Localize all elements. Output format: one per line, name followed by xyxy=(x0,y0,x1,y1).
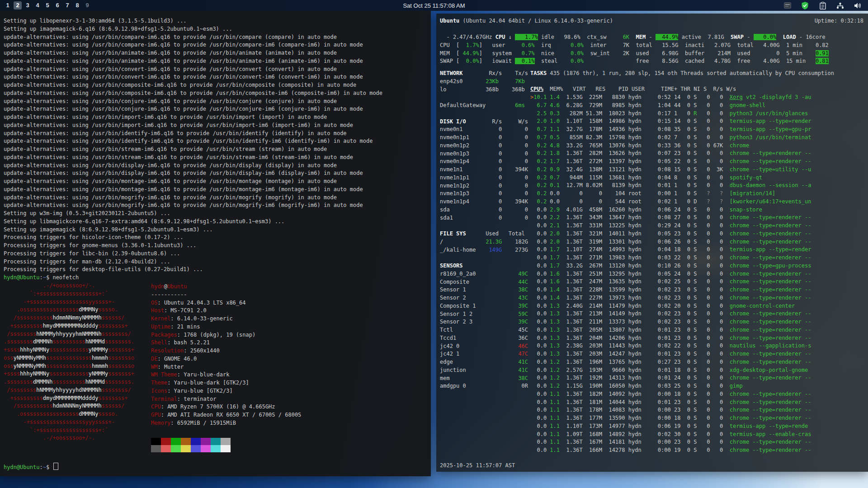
clipboard-icon[interactable] xyxy=(819,2,826,9)
neofetch-art-line: /sssssssshNMMMyhhyyyyhdNMMMNhssssssss/ xyxy=(4,386,134,394)
sidebar-line: SENSORS xyxy=(440,262,528,270)
process-row[interactable]: 0.2 0.9 32.4G 138M 13121 hydn 0:08 15 0 … xyxy=(530,166,867,174)
terminal-log-line: update-alternatives: using /usr/bin/disp… xyxy=(4,169,382,178)
process-row[interactable]: 0.0 1.2 2.57G 193M 9660 hydn 0:01 18 0 S… xyxy=(530,366,867,375)
glances-process-table[interactable]: >10.1 1.4 1.53G 225M 8830 hydn 0:52 14 0… xyxy=(530,94,867,455)
process-row[interactable]: 0.0 1.1 1.36T 178M 14083 hydn 0:00 23 0 … xyxy=(530,406,867,414)
sidebar-line: junction 41C xyxy=(440,366,528,375)
glances-process-table-header[interactable]: CPU% MEM% VIRT RES PID USER TIME+ THR NI… xyxy=(530,85,736,94)
process-row[interactable]: 0.0 2.0 1.36T 321M 14011 hydn 0:05 23 0 … xyxy=(530,230,867,238)
apt-log-output: Setting up libopenexr-3-1-30:amd64 (3.1.… xyxy=(4,17,382,282)
process-row[interactable]: 0.0 1.2 1.36T 192M 14313 hydn 0:01 24 0 … xyxy=(530,374,867,382)
process-row[interactable]: 0.2 1.7 1.36T 272M 13397 hydn 0:05 22 0 … xyxy=(530,158,867,166)
terminal-window-right[interactable]: Ubuntu (Ubuntu 24.04 64bit / Linux 6.14.… xyxy=(436,14,868,472)
sidebar-line: Composite 44C xyxy=(440,278,528,286)
terminal-log-line: update-alternatives: using /usr/bin/comp… xyxy=(4,81,382,89)
neofetch-info-line: Kernel: 6.14.0-33-generic xyxy=(151,315,301,323)
process-row[interactable]: 2.0 1.0 1.10T 158M 14986 hydn 0:15 14 0 … xyxy=(530,117,867,126)
process-row[interactable]: 0.0 1.1 1.09T 168M 14892 hydn 0:02 30 0 … xyxy=(530,431,867,439)
palette-swatch xyxy=(181,438,191,445)
palette-swatch xyxy=(201,438,211,445)
palette-swatch xyxy=(211,438,221,445)
terminal-log-line: update-alternatives: using /usr/bin/anim… xyxy=(4,57,382,66)
terminal-window-left[interactable]: Setting up libopenexr-3-1-30:amd64 (3.1.… xyxy=(0,11,431,476)
process-row[interactable]: 0.2 0.0 0 0 104 root 0:00 1 0 S ? ? [mig… xyxy=(530,190,867,198)
palette-swatch xyxy=(181,445,191,452)
process-row[interactable]: 0.0 1.7 33.2G 267M 13120 hydn 0:10 26 0 … xyxy=(530,262,867,270)
sidebar-line: enp42s0 23Kb 7Kb xyxy=(440,78,528,86)
process-row[interactable]: 2.5 0.3 282M 51.3M 18023 hydn 0:17 1 0 R… xyxy=(530,110,867,118)
process-row[interactable]: 0.0 1.4 1.36T 228M 13599 hydn 0:02 23 0 … xyxy=(530,286,867,294)
neofetch-info-line: Packages: 1768 (dpkg), 19 (snap) xyxy=(151,331,301,339)
sidebar-line: Sensor 2 43C xyxy=(440,294,528,302)
system-tray[interactable] xyxy=(783,0,862,11)
process-row[interactable]: 0.0 2.0 1.36T 319M 13301 hydn 0:06 26 0 … xyxy=(530,238,867,246)
process-row[interactable]: 0.0 1.3 1.36T 204M 14206 hydn 0:01 23 0 … xyxy=(530,334,867,343)
glances-header: Ubuntu (Ubuntu 24.04 64bit / Linux 6.14.… xyxy=(440,17,863,25)
process-row[interactable]: 0.0 1.1 1.36T 177M 13590 hydn 0:00 18 0 … xyxy=(530,414,867,422)
sidebar-line: amdgpu 0 0R xyxy=(440,382,528,390)
process-row[interactable]: 0.0 1.1 1.36T 182M 14092 hydn 0:00 18 0 … xyxy=(530,390,867,399)
volume-icon[interactable] xyxy=(854,2,862,9)
sidebar-line xyxy=(440,94,528,102)
process-row[interactable]: 0.0 1.4 1.36T 227M 13973 hydn 0:02 23 0 … xyxy=(530,294,867,302)
process-row[interactable]: 0.0 1.2 1.36T 196M 13765 hydn 0:27 23 0 … xyxy=(530,358,867,366)
palette-swatch xyxy=(211,445,221,452)
shell-prompt[interactable]: hydn@Ubuntu:~$ xyxy=(4,463,58,471)
process-row[interactable]: 0.0 2.2 1.36T 343M 13647 hydn 0:08 27 0 … xyxy=(530,214,867,222)
neofetch-info-line: Uptime: 21 mins xyxy=(151,323,301,331)
process-row[interactable]: 0.0 1.7 1.10T 274M 14993 hydn 0:04 18 0 … xyxy=(530,246,867,254)
tasks-summary-line: TASKS 435 (1876 thr), 1 run, 280 slp, 15… xyxy=(530,70,834,78)
process-row[interactable]: 0.0 1.1 1.36T 181M 14044 hydn 0:01 23 0 … xyxy=(530,399,867,407)
process-row[interactable]: 0.0 1.1 1.36T 166M 14278 hydn 0:00 19 0 … xyxy=(530,446,867,455)
neofetch-art-line: /ssssssssssshdmmNNmmyNMMMMhssssss/ xyxy=(4,314,134,322)
process-row[interactable]: 0.0 2.9 4.01G 458M 16260 hydn 0:06 24 0 … xyxy=(530,206,867,214)
process-row[interactable]: 0.2 0.1 12.7M 8.02M 8139 hydn 0:01 1 0 S… xyxy=(530,182,867,190)
process-row[interactable]: 0.0 1.2 1.15G 190M 16050 hydn 0:03 25 0 … xyxy=(530,382,867,390)
process-row[interactable]: 0.0 1.7 1.36T 271M 13983 hydn 0:03 22 0 … xyxy=(530,254,867,262)
terminal-log-line: Setting up libmagickcore-6.q16-7-extra:a… xyxy=(4,218,382,226)
terminal-log-line: update-alternatives: using /usr/bin/mont… xyxy=(4,186,382,194)
process-row[interactable]: 0.0 1.6 1.36T 247M 13635 hydn 0:02 25 0 … xyxy=(530,278,867,286)
glances-quicklook-panel: - 2.47/4.67GHz CPU ↓ 1.7% idle 98.6% ctx… xyxy=(440,33,829,66)
neofetch-art-line: ossyNMMMNyMMhsssssssssssssshmmmhssssssso xyxy=(4,354,134,362)
process-row[interactable]: 0.0 1.1 1.10T 173M 14977 hydn 0:06 19 0 … xyxy=(530,422,867,431)
process-row[interactable]: 0.0 1.3 1.36T 203M 14247 hydn 0:01 23 0 … xyxy=(530,350,867,358)
process-row[interactable]: 0.7 0.5 855M 82.3M 15798 hydn 0:02 7 0 S… xyxy=(530,134,867,142)
process-row[interactable]: 0.0 1.3 2.38G 203M 11443 hydn 0:02 22 0 … xyxy=(530,342,867,350)
neofetch-art-line: -+ssssssssssssssssssyyssss+- xyxy=(4,298,134,306)
process-row[interactable]: 0.2 4.8 33.2G 765M 13076 hydn 0:33 36 0 … xyxy=(530,142,867,150)
sidebar-line: Tccd1 36C xyxy=(440,334,528,343)
neofetch-art-line: `:+ssssssssssssssssss+:` xyxy=(4,290,134,298)
process-row[interactable]: 0.7 1.1 32.7G 178M 14936 hydn 0:08 35 0 … xyxy=(530,126,867,134)
process-row[interactable]: 0.0 1.3 2.40G 214M 11479 hydn 0:02 20 0 … xyxy=(530,302,867,310)
shield-icon[interactable] xyxy=(801,2,809,9)
palette-row xyxy=(151,445,231,452)
sidebar-line: Composite 1 39C xyxy=(440,302,528,310)
process-row[interactable]: 0.0 2.1 1.36T 331M 13225 hydn 0:29 24 0 … xyxy=(530,222,867,230)
sidebar-line: sda 0 0 xyxy=(440,206,528,214)
clock[interactable]: Sat Oct 25 11:57:08 AM xyxy=(0,2,868,9)
process-row[interactable]: 0.2 0.0 0 0 544 root 0:02 1 0 D ? ? [kwo… xyxy=(530,198,867,206)
sidebar-line: nvme1n1p3 0 0 xyxy=(440,190,528,198)
glances-uptime: Uptime: 0:32:18 xyxy=(815,17,863,25)
network-icon[interactable] xyxy=(836,2,844,9)
terminal-log-line: Setting up w3m-img (0.5.3+git20230121-2u… xyxy=(4,210,382,218)
process-row[interactable]: 6.7 4.6 6.28G 729M 8985 hydn 1:04 44 0 S… xyxy=(530,102,867,110)
process-row[interactable]: 0.0 1.3 1.36T 213M 14149 hydn 0:02 23 0 … xyxy=(530,310,867,318)
process-row[interactable]: 0.2 0.7 944M 115M 13681 hydn 0:04 8 0 S … xyxy=(530,174,867,182)
neofetch-info-line: Resolution: 2560x1440 xyxy=(151,347,301,355)
process-row[interactable]: 0.2 1.8 1.36T 282M 13626 hydn 0:07 23 0 … xyxy=(530,150,867,158)
neofetch-art-line: ossyNMMMNyMMhsssssssssssssshmmmhssssssso xyxy=(4,362,134,371)
sidebar-line: FILE SYS Used Total xyxy=(440,230,528,238)
terminal-log-line: update-alternatives: using /usr/bin/impo… xyxy=(4,122,382,130)
process-row[interactable]: 0.0 1.1 1.36T 167M 14181 hydn 0:00 23 0 … xyxy=(530,438,867,446)
palette-swatch xyxy=(191,438,201,445)
process-row[interactable]: 0.0 1.3 1.36T 205M 13807 hydn 0:01 23 0 … xyxy=(530,326,867,334)
terminal-log-line: update-alternatives: using /usr/bin/conv… xyxy=(4,66,382,74)
process-row[interactable]: >10.1 1.4 1.53G 225M 8830 hydn 0:52 14 0… xyxy=(530,94,867,102)
process-row[interactable]: 0.0 1.3 1.36T 211M 13373 hydn 0:02 23 0 … xyxy=(530,318,867,326)
sidebar-line: nvme0n1p1 0 0 xyxy=(440,134,528,142)
app-window-icon[interactable] xyxy=(783,2,791,9)
process-row[interactable]: 0.0 1.6 1.36T 251M 13295 hydn 0:05 24 0 … xyxy=(530,270,867,278)
